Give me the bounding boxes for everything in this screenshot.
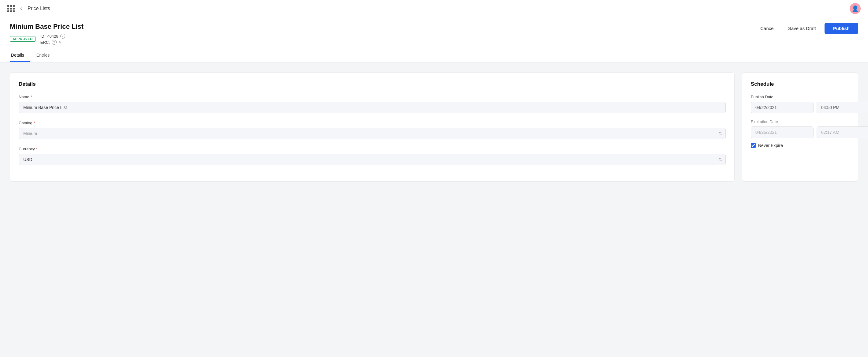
never-expire-checkbox[interactable] (751, 143, 756, 148)
tab-entries[interactable]: Entries (35, 50, 56, 62)
catalog-select[interactable]: Minium (19, 128, 726, 139)
catalog-label: Catalog * (19, 121, 726, 125)
name-field-group: Name * (19, 95, 726, 113)
tab-details[interactable]: Details (10, 50, 30, 62)
publish-time-input[interactable] (816, 102, 868, 113)
id-label: ID: (40, 34, 45, 38)
catalog-select-wrapper: Minium ⇅ (19, 128, 726, 139)
publish-date-label: Publish Date (751, 95, 849, 99)
details-card: Details Name * Catalog * Minium ⇅ (10, 72, 735, 182)
erc-edit-icon[interactable]: ✎ (58, 40, 62, 45)
header-meta: ID: 40428 ? ERC: ? ✎ (40, 34, 65, 45)
top-navigation: ‹ Price Lists 👤 (0, 0, 868, 17)
catalog-required: * (34, 121, 35, 125)
erc-label: ERC: (40, 40, 50, 45)
header-top: Minium Base Price List APPROVED ID: 4042… (10, 23, 858, 45)
avatar[interactable]: 👤 (850, 3, 861, 14)
avatar-icon: 👤 (852, 5, 859, 12)
main-content: Details Name * Catalog * Minium ⇅ (0, 62, 868, 191)
currency-select[interactable]: USD (19, 154, 726, 165)
name-input[interactable] (19, 102, 726, 113)
erc-row: ERC: ? ✎ (40, 40, 65, 45)
publish-date-time-row (751, 102, 849, 113)
currency-label: Currency * (19, 147, 726, 151)
name-required: * (31, 95, 32, 99)
page-header: Minium Base Price List APPROVED ID: 4042… (0, 17, 868, 62)
nav-title: Price Lists (28, 6, 50, 11)
erc-help-icon[interactable]: ? (52, 40, 57, 45)
save-draft-button[interactable]: Save as Draft (783, 23, 821, 33)
nav-left: ‹ Price Lists (7, 4, 50, 13)
cancel-button[interactable]: Cancel (755, 23, 779, 33)
name-label: Name * (19, 95, 726, 99)
header-actions: Cancel Save as Draft Publish (755, 23, 858, 34)
publish-date-input[interactable] (751, 102, 813, 113)
catalog-field-group: Catalog * Minium ⇅ (19, 121, 726, 139)
id-value: 40428 (47, 34, 58, 38)
expiration-time-input[interactable] (816, 126, 868, 138)
id-help-icon[interactable]: ? (60, 34, 65, 38)
currency-select-wrapper: USD ⇅ (19, 154, 726, 165)
never-expire-row: Never Expire (751, 143, 849, 148)
back-button[interactable]: ‹ (18, 4, 24, 13)
schedule-card: Schedule Publish Date Expiration Date Ne… (742, 72, 858, 182)
tabs: Details Entries (10, 50, 858, 62)
approved-badge: APPROVED (10, 36, 35, 42)
page-title: Minium Base Price List (10, 23, 84, 31)
grid-menu-icon[interactable] (7, 5, 15, 12)
publish-date-section: Publish Date (751, 95, 849, 113)
currency-required: * (36, 147, 38, 151)
currency-field-group: Currency * USD ⇅ (19, 147, 726, 165)
header-left: Minium Base Price List APPROVED ID: 4042… (10, 23, 84, 45)
publish-button[interactable]: Publish (825, 23, 858, 34)
schedule-card-title: Schedule (751, 81, 849, 87)
expiration-date-time-row (751, 126, 849, 138)
never-expire-label[interactable]: Never Expire (758, 143, 783, 148)
details-card-title: Details (19, 81, 726, 87)
id-row: ID: 40428 ? (40, 34, 65, 38)
expiration-date-input[interactable] (751, 126, 813, 138)
expiration-date-section: Expiration Date (751, 119, 849, 138)
expiration-date-label: Expiration Date (751, 119, 849, 124)
